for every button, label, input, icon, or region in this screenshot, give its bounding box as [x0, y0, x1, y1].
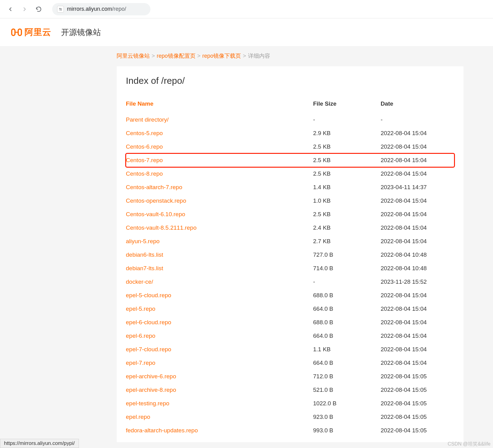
file-size: 1.4 KB	[313, 184, 381, 191]
file-size: 1022.0 B	[313, 400, 381, 407]
file-name-link[interactable]: epel-7-cloud.repo	[126, 346, 313, 353]
forward-button[interactable]	[20, 5, 29, 14]
file-name-link[interactable]: Centos-vault-8.5.2111.repo	[126, 224, 313, 231]
file-date: 2022-08-04 15:04	[381, 224, 454, 231]
file-size: 727.0 B	[313, 251, 381, 258]
file-name-link[interactable]: aliyun-5.repo	[126, 238, 313, 245]
breadcrumb-item[interactable]: 阿里云镜像站	[117, 53, 150, 59]
url-text: mirrors.aliyun.com/repo/	[67, 6, 126, 12]
file-size: 993.0 B	[313, 427, 381, 434]
file-date: 2022-08-04 15:04	[381, 211, 454, 218]
table-row: epel-6-cloud.repo688.0 B2022-08-04 15:04	[126, 316, 454, 329]
table-row: Centos-vault-6.10.repo2.5 KB2022-08-04 1…	[126, 208, 454, 221]
file-name-link[interactable]: Centos-openstack.repo	[126, 197, 313, 204]
browser-toolbar: mirrors.aliyun.com/repo/	[0, 0, 493, 18]
address-bar[interactable]: mirrors.aliyun.com/repo/	[52, 3, 150, 15]
file-name-link[interactable]: epel-testing.repo	[126, 400, 313, 407]
brand-logo[interactable]: 阿里云	[11, 26, 51, 38]
breadcrumb: 阿里云镜像站>repo镜像配置页>repo镜像下载页>详细内容	[0, 46, 493, 60]
file-date: 2022-08-04 15:04	[381, 333, 454, 339]
table-row: Centos-6.repo2.5 KB2022-08-04 15:04	[126, 140, 454, 154]
table-row: Centos-vault-8.5.2111.repo2.4 KB2022-08-…	[126, 221, 454, 235]
file-listing: File Name File Size Date Parent director…	[126, 97, 454, 437]
file-name-link[interactable]: epel-5.repo	[126, 306, 313, 312]
site-header: 阿里云 开源镜像站	[0, 18, 493, 46]
file-date: 2023-04-11 14:37	[381, 184, 454, 191]
file-size: -	[313, 116, 381, 123]
file-name-link[interactable]: Centos-6.repo	[126, 143, 313, 150]
file-date: 2022-08-04 15:04	[381, 238, 454, 245]
table-row: Centos-openstack.repo1.0 KB2022-08-04 15…	[126, 194, 454, 208]
aliyun-logo-icon	[11, 27, 22, 38]
file-date: 2022-08-04 15:04	[381, 197, 454, 204]
file-date: 2022-08-04 15:04	[381, 292, 454, 299]
file-name-link[interactable]: docker-ce/	[126, 279, 313, 285]
file-date: 2022-08-04 15:04	[381, 130, 454, 137]
file-date: 2022-08-04 15:04	[381, 157, 454, 164]
site-settings-icon[interactable]	[57, 6, 64, 13]
svg-point-1	[61, 10, 61, 10]
file-size: -	[313, 279, 381, 285]
table-row: epel-6.repo664.0 B2022-08-04 15:04	[126, 329, 454, 343]
file-date: 2022-08-04 15:05	[381, 373, 454, 380]
breadcrumb-separator: >	[243, 53, 246, 59]
svg-rect-4	[15, 32, 18, 33]
file-date: 2022-08-04 15:05	[381, 414, 454, 420]
col-name: File Name	[126, 100, 313, 107]
table-row: epel-5-cloud.repo688.0 B2022-08-04 15:04	[126, 289, 454, 302]
table-row: aliyun-5.repo2.7 KB2022-08-04 15:04	[126, 235, 454, 248]
file-size: 923.0 B	[313, 414, 381, 420]
file-name-link[interactable]: epel-6-cloud.repo	[126, 319, 313, 326]
file-size: 2.5 KB	[313, 157, 381, 164]
file-name-link[interactable]: epel-archive-6.repo	[126, 373, 313, 380]
col-date: Date	[381, 100, 454, 107]
file-name-link[interactable]: epel.repo	[126, 414, 313, 420]
file-name-link[interactable]: Centos-altarch-7.repo	[126, 184, 313, 191]
file-name-link[interactable]: epel-archive-8.repo	[126, 387, 313, 393]
file-date: -	[381, 116, 454, 123]
file-name-link[interactable]: debian7-lts.list	[126, 265, 313, 272]
file-name-link[interactable]: epel-6.repo	[126, 333, 313, 339]
table-row: Centos-8.repo2.5 KB2022-08-04 15:04	[126, 167, 454, 181]
table-row: epel-7-cloud.repo1.1 KB2022-08-04 15:04	[126, 343, 454, 356]
reload-button[interactable]	[34, 5, 43, 14]
svg-point-0	[60, 8, 60, 9]
file-size: 2.5 KB	[313, 143, 381, 150]
file-date: 2022-08-04 15:04	[381, 306, 454, 312]
file-name-link[interactable]: Centos-5.repo	[126, 130, 313, 137]
table-row: epel.repo923.0 B2022-08-04 15:05	[126, 410, 454, 424]
file-size: 1.0 KB	[313, 197, 381, 204]
table-row: Centos-altarch-7.repo1.4 KB2023-04-11 14…	[126, 181, 454, 194]
file-size: 688.0 B	[313, 319, 381, 326]
file-size: 664.0 B	[313, 306, 381, 312]
file-size: 714.0 B	[313, 265, 381, 272]
svg-rect-3	[18, 29, 21, 36]
file-name-link[interactable]: epel-7.repo	[126, 360, 313, 366]
table-row: epel-7.repo664.0 B2022-08-04 15:04	[126, 356, 454, 370]
file-name-link[interactable]: debian6-lts.list	[126, 251, 313, 258]
table-row: debian6-lts.list727.0 B2022-08-04 10:48	[126, 248, 454, 262]
watermark: CSDN @坦笑&&life	[448, 441, 491, 442]
table-row: fedora-altarch-updates.repo993.0 B2022-0…	[126, 424, 454, 437]
file-name-link[interactable]: Parent directory/	[126, 116, 313, 123]
listing-header: File Name File Size Date	[126, 97, 454, 111]
back-button[interactable]	[6, 5, 15, 14]
file-date: 2022-08-04 15:05	[381, 400, 454, 407]
file-name-link[interactable]: Centos-7.repo	[126, 157, 313, 164]
table-row: Centos-7.repo2.5 KB2022-08-04 15:04	[126, 154, 454, 167]
breadcrumb-item[interactable]: repo镜像配置页	[157, 53, 196, 59]
breadcrumb-item[interactable]: repo镜像下载页	[202, 53, 241, 59]
file-date: 2022-08-04 15:04	[381, 319, 454, 326]
breadcrumb-item: 详细内容	[248, 53, 270, 59]
file-date: 2022-08-04 10:48	[381, 265, 454, 272]
page-title: Index of /repo/	[126, 76, 454, 86]
table-row: epel-archive-8.repo521.0 B2022-08-04 15:…	[126, 383, 454, 397]
file-name-link[interactable]: epel-5-cloud.repo	[126, 292, 313, 299]
file-date: 2022-08-04 15:05	[381, 427, 454, 434]
file-date: 2022-08-04 15:04	[381, 346, 454, 353]
file-name-link[interactable]: Centos-8.repo	[126, 170, 313, 177]
file-name-link[interactable]: Centos-vault-6.10.repo	[126, 211, 313, 218]
brand-name: 阿里云	[25, 26, 51, 38]
file-date: 2022-08-04 15:04	[381, 360, 454, 366]
file-name-link[interactable]: fedora-altarch-updates.repo	[126, 427, 313, 434]
